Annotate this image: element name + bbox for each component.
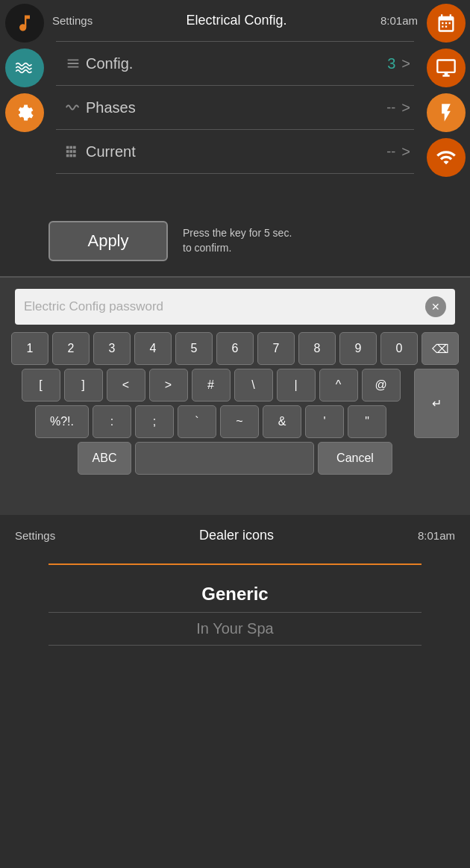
spa-subtitle: In Your Spa bbox=[48, 613, 422, 645]
backspace-key[interactable]: ⌫ bbox=[422, 332, 459, 365]
phases-arrow: > bbox=[401, 99, 410, 116]
key-hash[interactable]: # bbox=[192, 369, 231, 402]
config-icon bbox=[60, 55, 86, 72]
lightning-icon-button[interactable] bbox=[427, 93, 466, 132]
key-4[interactable]: 4 bbox=[134, 332, 172, 365]
svg-rect-7 bbox=[69, 154, 72, 157]
config-menu-item[interactable]: Config. 3 > bbox=[56, 42, 414, 85]
symbol-row-1: [ ] < > # \ | ^ @ bbox=[11, 369, 410, 402]
sub-divider-2 bbox=[48, 645, 422, 646]
bottom-panel: Settings Dealer icons 8:01am Generic In … bbox=[0, 515, 470, 868]
config-label: Config. bbox=[86, 55, 387, 72]
key-6[interactable]: 6 bbox=[216, 332, 254, 365]
phases-icon bbox=[60, 99, 86, 116]
apply-hint: Press the key for 5 sec.to confirm. bbox=[183, 226, 292, 255]
key-backslash[interactable]: \ bbox=[234, 369, 273, 402]
keyboard-rows: 1 2 3 4 5 6 7 8 9 0 ⌫ [ ] < > # \ bbox=[0, 332, 470, 475]
bottom-time-display: 8:01am bbox=[418, 529, 455, 542]
music-icon-button[interactable] bbox=[5, 4, 44, 43]
svg-rect-0 bbox=[66, 146, 69, 149]
key-backtick[interactable]: ` bbox=[178, 405, 216, 438]
key-less-than[interactable]: < bbox=[107, 369, 145, 402]
monitor-icon-button[interactable] bbox=[427, 49, 466, 87]
menu-area: Config. 3 > Phases -- > bbox=[48, 41, 422, 174]
key-at[interactable]: @ bbox=[362, 369, 401, 402]
clear-button[interactable]: ✕ bbox=[425, 296, 446, 317]
left-sidebar bbox=[0, 0, 48, 276]
svg-rect-6 bbox=[66, 154, 69, 157]
key-9[interactable]: 9 bbox=[339, 332, 377, 365]
phases-menu-item[interactable]: Phases -- > bbox=[56, 86, 414, 129]
generic-title: Generic bbox=[48, 572, 422, 612]
phases-label: Phases bbox=[86, 99, 386, 116]
waves-icon-button[interactable] bbox=[5, 49, 44, 87]
svg-rect-8 bbox=[73, 154, 76, 157]
clear-icon: ✕ bbox=[431, 301, 440, 313]
calendar-icon-button[interactable] bbox=[427, 4, 466, 43]
key-semicolon[interactable]: ; bbox=[135, 405, 174, 438]
config-arrow: > bbox=[401, 55, 410, 72]
keyboard-panel: Electric Config password ✕ 1 2 3 4 5 6 7… bbox=[0, 276, 470, 515]
apply-area: Apply Press the key for 5 sec.to confirm… bbox=[48, 221, 422, 261]
bottom-page-title: Dealer icons bbox=[199, 528, 274, 543]
key-open-bracket[interactable]: [ bbox=[22, 369, 60, 402]
key-8[interactable]: 8 bbox=[298, 332, 336, 365]
top-header: Settings Electrical Config. 8:01am bbox=[0, 0, 470, 41]
key-colon[interactable]: : bbox=[93, 405, 131, 438]
key-tilde[interactable]: ~ bbox=[220, 405, 259, 438]
time-display: 8:01am bbox=[380, 14, 418, 27]
gear-icon-button[interactable] bbox=[5, 93, 44, 132]
key-caret[interactable]: ^ bbox=[319, 369, 358, 402]
current-menu-item[interactable]: Current -- > bbox=[56, 130, 414, 173]
key-7[interactable]: 7 bbox=[257, 332, 295, 365]
wifi-icon-button[interactable] bbox=[427, 138, 466, 177]
current-value: -- bbox=[386, 144, 395, 160]
svg-rect-1 bbox=[69, 146, 72, 149]
key-1[interactable]: 1 bbox=[11, 332, 48, 365]
key-close-bracket[interactable]: ] bbox=[64, 369, 103, 402]
top-panel: Settings Electrical Config. 8:01am Confi… bbox=[0, 0, 470, 276]
abc-key[interactable]: ABC bbox=[78, 442, 131, 475]
key-0[interactable]: 0 bbox=[380, 332, 418, 365]
current-arrow: > bbox=[401, 143, 410, 160]
apply-button[interactable]: Apply bbox=[48, 221, 168, 261]
divider-3 bbox=[56, 173, 414, 174]
key-3[interactable]: 3 bbox=[93, 332, 131, 365]
symbol-row-2: %?!. : ; ` ~ & ' " bbox=[11, 405, 410, 438]
password-placeholder: Electric Config password bbox=[24, 299, 425, 314]
key-5[interactable]: 5 bbox=[175, 332, 213, 365]
svg-rect-4 bbox=[69, 150, 72, 153]
current-label: Current bbox=[86, 143, 386, 160]
key-percent[interactable]: %?!. bbox=[35, 405, 89, 438]
key-quote[interactable]: " bbox=[348, 405, 386, 438]
key-2[interactable]: 2 bbox=[52, 332, 90, 365]
key-pipe[interactable]: | bbox=[277, 369, 316, 402]
space-key[interactable] bbox=[135, 442, 314, 475]
svg-rect-2 bbox=[73, 146, 76, 149]
symbol-rows: [ ] < > # \ | ^ @ %?!. : ; ` ~ & bbox=[11, 369, 459, 438]
current-icon bbox=[60, 143, 86, 160]
number-row: 1 2 3 4 5 6 7 8 9 0 ⌫ bbox=[11, 332, 459, 365]
bottom-row: ABC Cancel bbox=[11, 442, 459, 475]
svg-rect-5 bbox=[73, 150, 76, 153]
right-sidebar bbox=[422, 0, 470, 276]
config-value: 3 bbox=[387, 55, 395, 72]
bottom-content: Generic In Your Spa bbox=[0, 556, 470, 653]
phases-value: -- bbox=[386, 100, 395, 116]
orange-divider bbox=[48, 563, 422, 565]
bottom-header: Settings Dealer icons 8:01am bbox=[0, 515, 470, 556]
key-greater-than[interactable]: > bbox=[149, 369, 188, 402]
enter-key[interactable]: ↵ bbox=[414, 369, 459, 438]
key-apostrophe[interactable]: ' bbox=[305, 405, 344, 438]
password-field-row: Electric Config password ✕ bbox=[15, 289, 455, 325]
svg-rect-3 bbox=[66, 150, 69, 153]
cancel-key[interactable]: Cancel bbox=[318, 442, 392, 475]
symbol-rows-left: [ ] < > # \ | ^ @ %?!. : ; ` ~ & bbox=[11, 369, 410, 438]
settings-label: Settings bbox=[52, 14, 93, 27]
page-title: Electrical Config. bbox=[187, 13, 287, 28]
key-ampersand[interactable]: & bbox=[263, 405, 301, 438]
bottom-settings-label: Settings bbox=[15, 529, 55, 542]
